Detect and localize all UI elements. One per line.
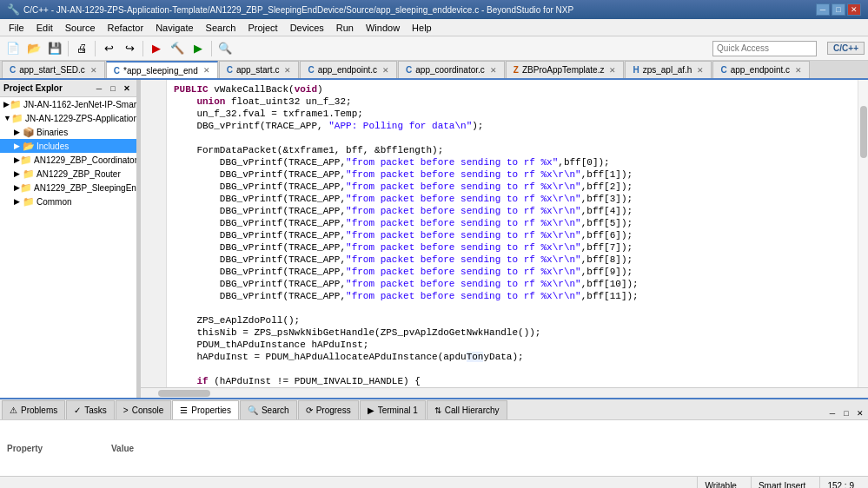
toolbar-sep-3 <box>142 41 143 56</box>
search-label: Search <box>262 406 289 415</box>
status-position: 152 : 9 <box>819 477 861 488</box>
menu-project[interactable]: Project <box>242 21 282 35</box>
tree-item-zps-app[interactable]: ▼ 📁 JN-AN-1229-ZPS-Application <box>0 111 136 125</box>
toolbar-sep-1 <box>68 41 69 56</box>
tree-label-router: AN1229_ZBP_Router <box>36 169 121 179</box>
toolbar-right: C/C++ <box>712 41 865 56</box>
tab-app-sleeping-end[interactable]: C *app_sleeping_end ✕ <box>106 61 218 78</box>
tree-toggle-includes[interactable]: ▶ <box>14 142 23 150</box>
editor-scrollbar-v[interactable] <box>858 80 868 387</box>
tree-toggle-common[interactable]: ▶ <box>14 197 23 206</box>
toolbar-build[interactable]: 🔨 <box>168 39 187 58</box>
tree-item-binaries[interactable]: ▶ 📦 Binaries <box>0 125 136 139</box>
tree-toggle-jennet[interactable]: ▶ <box>3 100 10 109</box>
tab-close-3[interactable]: ✕ <box>284 66 291 75</box>
bottom-tab-search[interactable]: 🔍 Search <box>240 400 297 419</box>
tab-close-4[interactable]: ✕ <box>382 66 389 75</box>
tree-item-jennet[interactable]: ▶ 📁 JN-AN-1162-JenNet-IP-Smar <box>0 97 136 111</box>
toolbar-new[interactable]: 📄 <box>3 39 23 58</box>
tab-app-endpoint-1[interactable]: C app_endpoint.c ✕ <box>300 61 397 78</box>
bottom-header: Property Value <box>7 444 861 453</box>
tree-item-common[interactable]: ▶ 📁 Common <box>0 195 136 208</box>
menu-edit[interactable]: Edit <box>31 21 58 35</box>
toolbar-debug[interactable]: ▶ <box>147 39 166 58</box>
bottom-tab-properties[interactable]: ☰ Properties <box>172 400 239 419</box>
tab-close-8[interactable]: ✕ <box>795 66 802 75</box>
editor-scrollbar-h[interactable] <box>141 387 868 398</box>
tree-toggle-router[interactable]: ▶ <box>14 169 23 178</box>
code-container[interactable]: ​ ​ ​ ​ ​ ​ ​ ​ ​ ​ ​ ​ ​ ​ ​ ​ ​ ​ ​ ​ <box>141 80 868 387</box>
maximize-button[interactable]: □ <box>832 3 845 16</box>
bottom-panel-maximize[interactable]: □ <box>840 407 852 419</box>
tab-close-5[interactable]: ✕ <box>490 66 497 75</box>
tab-close-1[interactable]: ✕ <box>90 66 97 75</box>
toolbar-redo[interactable]: ↪ <box>120 39 139 58</box>
tree-toggle-sleeping[interactable]: ▶ <box>14 183 20 192</box>
toolbar-open[interactable]: 📂 <box>24 39 43 58</box>
project-explorer-header: Project Explor ─ □ ✕ <box>0 80 136 97</box>
tab-app-start-sed[interactable]: C app_start_SED.c ✕ <box>2 61 105 78</box>
menu-window[interactable]: Window <box>361 21 405 35</box>
menu-refactor[interactable]: Refactor <box>103 21 149 35</box>
h-scrollbar-thumb[interactable] <box>158 390 210 397</box>
tree-icon-coordinator: 📁 <box>20 155 32 166</box>
tasks-icon: ✓ <box>74 406 81 415</box>
menu-navigate[interactable]: Navigate <box>150 21 198 35</box>
insert-mode-label: Smart Insert <box>759 481 805 488</box>
menu-search[interactable]: Search <box>201 21 242 35</box>
panel-close-btn[interactable]: ✕ <box>121 82 133 95</box>
tab-close-7[interactable]: ✕ <box>697 66 704 75</box>
tab-app-endpoint-2[interactable]: C app_endpoint.c ✕ <box>712 61 810 78</box>
tree-item-sleeping[interactable]: ▶ 📁 AN1229_ZBP_SleepingEnd <box>0 181 136 195</box>
search-icon: 🔍 <box>248 406 258 415</box>
panel-maximize-btn[interactable]: □ <box>107 82 119 95</box>
close-button[interactable]: ✕ <box>847 3 861 16</box>
bottom-tab-terminal[interactable]: ▶ Terminal 1 <box>360 400 426 419</box>
scrollbar-thumb[interactable] <box>860 106 867 158</box>
menu-devices[interactable]: Devices <box>285 21 329 35</box>
tree-icon-sleeping: 📁 <box>20 182 32 194</box>
tree-item-coordinator[interactable]: ▶ 📁 AN1229_ZBP_Coordinator <box>0 153 136 167</box>
tab-app-coordinator[interactable]: C app_coordinator.c ✕ <box>398 61 505 78</box>
project-explorer-title: Project Explor <box>3 83 63 93</box>
status-bar: Writable Smart Insert 152 : 9 <box>0 476 868 488</box>
tab-icon-2: C <box>114 66 120 76</box>
tab-label-8: app_endpoint.c <box>731 65 790 75</box>
minimize-button[interactable]: ─ <box>816 3 830 16</box>
bottom-tab-call-hierarchy[interactable]: ⇅ Call Hierarchy <box>427 400 507 419</box>
tab-icon-8: C <box>720 65 726 75</box>
panel-minimize-btn[interactable]: ─ <box>93 82 105 95</box>
tab-zps-apl[interactable]: H zps_apl_af.h ✕ <box>625 61 712 78</box>
menu-file[interactable]: File <box>3 21 30 35</box>
menu-source[interactable]: Source <box>60 21 101 35</box>
menu-help[interactable]: Help <box>407 21 437 35</box>
tab-close-6[interactable]: ✕ <box>609 66 616 75</box>
tree-toggle-binaries[interactable]: ▶ <box>14 128 23 136</box>
tree-toggle-zps[interactable]: ▼ <box>3 114 11 122</box>
bottom-tab-progress[interactable]: ⟳ Progress <box>298 400 359 419</box>
project-tree[interactable]: ▶ 📁 JN-AN-1162-JenNet-IP-Smar ▼ 📁 JN-AN-… <box>0 97 136 398</box>
tab-zbpro-template[interactable]: Z ZBProAppTemplate.z ✕ <box>506 61 625 78</box>
bottom-panel-controls: ─ □ ✕ <box>826 407 866 419</box>
toolbar-run[interactable]: ▶ <box>189 39 208 58</box>
tab-app-start[interactable]: C app_start.c ✕ <box>219 61 300 78</box>
quick-access-input[interactable] <box>712 41 817 56</box>
tree-item-includes[interactable]: ▶ 📂 Includes <box>0 139 136 153</box>
tree-label-includes: Includes <box>36 142 69 151</box>
menu-run[interactable]: Run <box>331 21 359 35</box>
title-bar-controls[interactable]: ─ □ ✕ <box>816 3 861 16</box>
tab-close-2[interactable]: ✕ <box>203 66 210 75</box>
bottom-tab-console[interactable]: > Console <box>116 400 172 419</box>
bottom-panel-close[interactable]: ✕ <box>854 407 866 419</box>
tree-toggle-coordinator[interactable]: ▶ <box>14 155 20 164</box>
toolbar-save[interactable]: 💾 <box>45 39 64 58</box>
bottom-tab-problems[interactable]: ⚠ Problems <box>2 400 65 419</box>
bottom-tab-tasks[interactable]: ✓ Tasks <box>66 400 115 419</box>
bottom-panel-minimize[interactable]: ─ <box>826 407 838 419</box>
bottom-content: Property Value <box>0 420 868 476</box>
toolbar-print[interactable]: 🖨 <box>72 39 91 58</box>
toolbar-undo[interactable]: ↩ <box>99 39 118 58</box>
code-content[interactable]: PUBLIC vWakeCallBack(void) union float_u… <box>167 80 858 387</box>
toolbar-search[interactable]: 🔍 <box>215 39 235 58</box>
tree-item-router[interactable]: ▶ 📁 AN1229_ZBP_Router <box>0 167 136 181</box>
